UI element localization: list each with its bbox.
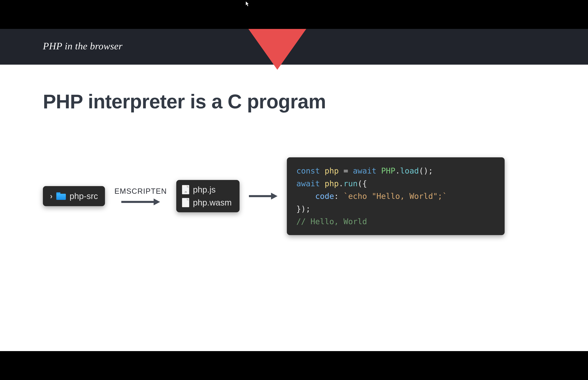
code-token: PHP [381,166,395,175]
source-folder-label: php-src [70,191,98,201]
code-token: . [339,179,343,188]
code-token: load [400,166,419,175]
emscripten-label: EMSCRIPTEN [114,187,167,195]
file-name-js: php.js [193,185,216,195]
folder-icon [56,192,66,200]
code-token: : [334,191,343,201]
build-diagram: › php-src EMSCRIPTEN php.js php.wasm [43,157,505,235]
code-token: const [296,166,320,175]
chevron-right-icon: › [50,192,53,200]
page-title: PHP interpreter is a C program [43,90,326,113]
emscripten-arrow-group: EMSCRIPTEN [114,187,167,205]
cursor-icon [245,1,250,7]
code-token: php [325,179,339,188]
code-token: (); [419,166,433,175]
arrow-right-icon [249,193,278,200]
file-row-js: php.js [182,185,232,195]
code-token: // Hello, World [296,217,367,226]
code-token: `echo "Hello, World";` [343,191,447,201]
output-files-box: php.js php.wasm [176,180,240,212]
code-token: code [315,191,334,201]
marker-triangle-icon [248,29,306,70]
code-token: = [339,166,353,175]
code-token: run [343,179,358,188]
code-token: await [353,166,376,175]
arrow-right-icon [121,198,160,205]
code-sample-box: const php = await PHP.load(); await php.… [287,157,505,235]
file-row-wasm: php.wasm [182,198,232,208]
breadcrumb: PHP in the browser [43,40,122,52]
code-token: ({ [358,179,367,188]
code-token: await [296,179,320,188]
code-token: . [395,166,400,175]
code-token: }); [296,204,310,213]
code-token [296,191,315,201]
file-name-wasm: php.wasm [193,198,232,208]
code-token: php [325,166,339,175]
file-icon [182,198,189,207]
source-folder-box: › php-src [43,186,105,206]
file-icon [182,185,189,194]
